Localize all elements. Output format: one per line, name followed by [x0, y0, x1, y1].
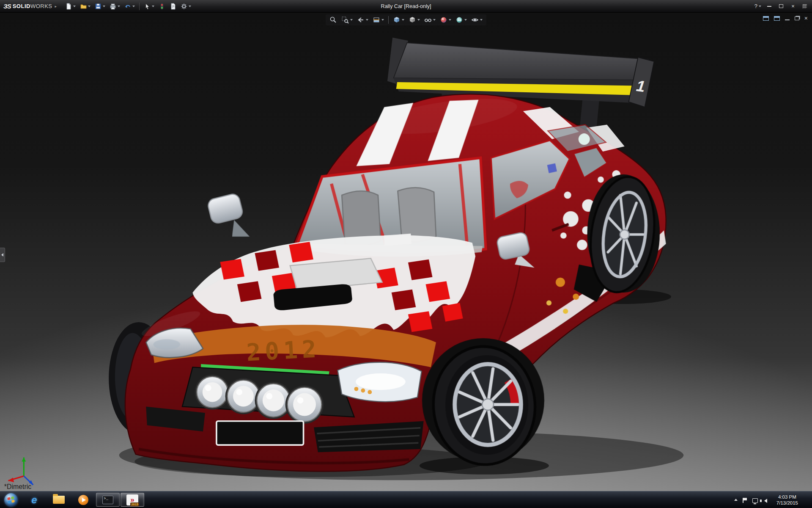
section-view-caret[interactable] [381, 19, 384, 21]
taskbar-solidworks[interactable]: » 2015 [121, 493, 144, 507]
doc-close-button[interactable]: × [804, 15, 808, 21]
apply-scene-caret[interactable] [464, 19, 467, 21]
taskbar-media-player[interactable] [71, 493, 95, 507]
rebuild-button[interactable] [157, 2, 167, 11]
heads-up-view-toolbar [326, 14, 486, 25]
file-properties-icon [170, 3, 176, 10]
view-settings-eye-icon [471, 16, 479, 24]
zoom-area-caret[interactable] [350, 19, 353, 21]
show-hidden-icons-button[interactable] [734, 499, 738, 501]
toolbar-separator [139, 3, 140, 10]
section-view-button[interactable] [371, 15, 385, 25]
new-window-icon[interactable] [763, 16, 769, 21]
hide-show-caret[interactable] [433, 19, 436, 21]
undo-button[interactable] [123, 2, 137, 11]
license-plate [217, 421, 304, 445]
solidworks-app-icon: » 2015 [126, 494, 138, 505]
taskbar-file-explorer[interactable] [47, 493, 71, 507]
undo-dropdown-caret[interactable] [132, 6, 135, 7]
options-dropdown-caret[interactable] [189, 6, 191, 7]
clock-time: 4:03 PM [776, 494, 798, 500]
title-bar: ЗS SOLIDWORKS ▸ [0, 0, 812, 13]
start-button[interactable] [0, 491, 22, 508]
new-dropdown-caret[interactable] [73, 6, 76, 7]
select-button[interactable] [142, 2, 156, 11]
rear-deck-detail [579, 133, 590, 145]
display-style-button[interactable] [407, 15, 421, 25]
zoom-to-fit-icon [329, 16, 337, 24]
view-settings-button[interactable] [470, 15, 484, 25]
titlebar-controls: ? × [754, 3, 812, 9]
doc-restore-button[interactable] [795, 17, 799, 20]
help-button[interactable]: ? [754, 3, 761, 9]
hud-separator [388, 16, 389, 24]
internet-explorer-icon: e [31, 494, 37, 506]
mirror-left [207, 193, 244, 224]
folder-icon [53, 496, 65, 504]
main-toolbar [63, 2, 193, 11]
windows-taskbar: e >_ » 2015 4:03 PM 7/13/2015 [0, 491, 812, 508]
brand-chevron-icon[interactable]: ▸ [55, 4, 57, 8]
tray-flag-icon[interactable] [741, 497, 748, 503]
print-dropdown-caret[interactable] [118, 6, 120, 7]
previous-view-caret[interactable] [366, 19, 368, 21]
view-orientation-caret[interactable] [402, 19, 404, 21]
solidworks-app-window: ЗS SOLIDWORKS ▸ [0, 0, 812, 508]
view-settings-caret[interactable] [480, 19, 483, 21]
display-style-caret[interactable] [417, 19, 420, 21]
edit-appearance-caret[interactable] [449, 19, 451, 21]
solidworks-logo: ЗS SOLIDWORKS ▸ [0, 3, 61, 10]
zoom-to-fit-button[interactable] [328, 15, 338, 25]
help-dropdown-caret[interactable] [759, 6, 761, 7]
select-cursor-icon [144, 3, 151, 10]
open-dropdown-caret[interactable] [88, 6, 91, 7]
zoom-to-area-button[interactable] [340, 15, 354, 25]
select-dropdown-caret[interactable] [152, 6, 154, 7]
undo-arrow-icon [124, 3, 131, 10]
solidworks-version-badge: 2015 [130, 502, 139, 506]
reference-triad [8, 457, 33, 485]
open-button[interactable] [78, 2, 92, 11]
taskbar-command-prompt[interactable]: >_ [96, 493, 120, 507]
command-prompt-icon: >_ [102, 496, 113, 504]
file-properties-button[interactable] [168, 2, 178, 11]
options-button[interactable] [179, 2, 193, 11]
edit-appearance-ball-icon [440, 16, 447, 24]
apply-scene-icon [455, 16, 463, 24]
graphics-viewport[interactable]: 1 [0, 13, 812, 491]
previous-view-icon [357, 16, 365, 24]
feature-manager-collapse-handle[interactable] [0, 248, 5, 262]
save-floppy-icon [95, 3, 102, 10]
system-tray: 4:03 PM 7/13/2015 [732, 491, 812, 508]
close-button[interactable]: × [789, 3, 797, 9]
hide-show-items-button[interactable] [423, 15, 437, 25]
restore-button[interactable] [777, 3, 785, 9]
minimize-button[interactable] [765, 3, 773, 9]
print-button[interactable] [108, 2, 122, 11]
display-style-cube-icon [409, 16, 416, 24]
edit-appearance-button[interactable] [439, 15, 453, 25]
window-title: Rally Car [Read-only] [381, 0, 431, 13]
save-dropdown-caret[interactable] [103, 6, 105, 7]
seat-right [398, 188, 436, 242]
doc-minimize-button[interactable] [785, 19, 790, 20]
save-button[interactable] [93, 2, 107, 11]
taskbar-internet-explorer[interactable]: e [22, 493, 46, 507]
view-orientation-cube-icon [393, 16, 401, 24]
view-orientation-label: *Dimetric [4, 483, 32, 490]
new-button[interactable] [63, 2, 77, 11]
hide-show-glasses-icon [424, 16, 432, 24]
view-orientation-button[interactable] [392, 15, 406, 25]
apply-scene-button[interactable] [454, 15, 468, 25]
tray-network-icon[interactable] [752, 497, 759, 503]
brand-name: SOLIDWORKS [13, 3, 52, 9]
tile-window-icon[interactable] [774, 16, 780, 21]
previous-view-button[interactable] [356, 15, 370, 25]
section-view-icon [373, 16, 380, 24]
taskbar-clock[interactable]: 4:03 PM 7/13/2015 [773, 494, 801, 506]
tray-volume-icon[interactable] [763, 497, 769, 503]
3d-model-canvas[interactable]: 1 [0, 13, 812, 491]
zoom-to-area-icon [341, 16, 349, 24]
options-gear-icon [181, 3, 187, 10]
grid-corner-icon[interactable] [801, 3, 809, 9]
